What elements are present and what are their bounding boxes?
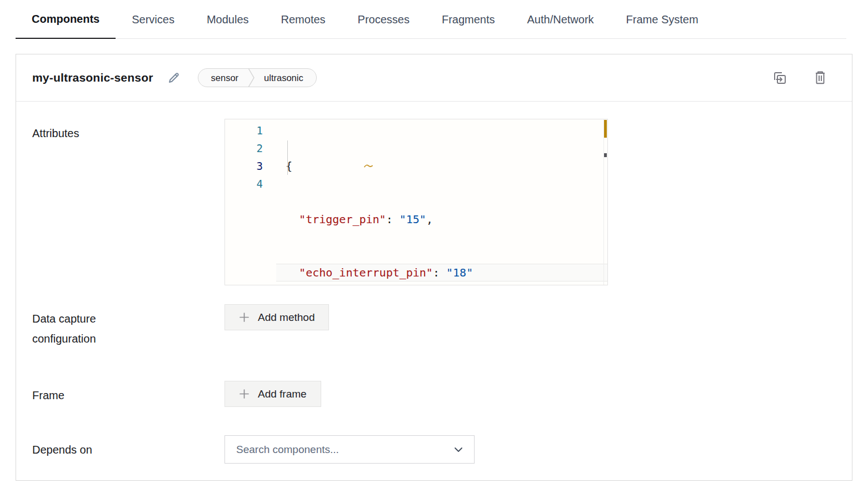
tab-remotes[interactable]: Remotes	[265, 0, 342, 39]
tab-processes[interactable]: Processes	[342, 0, 426, 39]
code-line-3-active: "echo_interrupt_pin": "18"	[276, 264, 607, 281]
attributes-json-editor[interactable]: 1 2 3 4 { "trigger_pin": "15", "echo_int…	[225, 119, 608, 285]
depends-on-label: Depends on	[32, 435, 225, 460]
add-method-label: Add method	[258, 311, 315, 324]
component-model: ultrasonic	[255, 73, 316, 83]
duplicate-button[interactable]	[772, 71, 787, 85]
code-line-2: "trigger_pin": "15",	[276, 210, 607, 228]
delete-button[interactable]	[814, 71, 827, 85]
edit-name-button[interactable]	[167, 71, 181, 84]
config-tab-bar: Components Services Modules Remotes Proc…	[16, 0, 846, 39]
component-card-header: my-ultrasonic-sensor sensor ultrasonic	[16, 54, 852, 102]
chevron-down-icon	[454, 447, 463, 452]
component-card-body: Attributes 1 2 3 4 { "trigger_pin": "15"…	[16, 102, 852, 480]
tab-frame-system[interactable]: Frame System	[610, 0, 715, 39]
data-capture-label: Data capture configuration	[32, 304, 225, 349]
depends-on-select[interactable]	[225, 435, 475, 464]
indent-guide	[287, 140, 288, 175]
overview-cursor-marker	[604, 153, 607, 157]
frame-label: Frame	[32, 381, 225, 405]
frame-row: Frame Add frame	[32, 381, 827, 407]
tab-fragments[interactable]: Fragments	[426, 0, 511, 39]
line-number: 1	[225, 122, 276, 139]
attributes-row: Attributes 1 2 3 4 { "trigger_pin": "15"…	[32, 119, 827, 285]
chevron-right-divider	[248, 68, 255, 87]
component-type: sensor	[198, 73, 248, 83]
tab-auth-network[interactable]: Auth/Network	[511, 0, 610, 39]
json-key: "echo_interrupt_pin"	[299, 266, 433, 279]
attributes-label: Attributes	[32, 119, 225, 143]
add-frame-label: Add frame	[258, 388, 307, 400]
trash-icon	[814, 71, 827, 85]
add-method-button[interactable]: Add method	[225, 304, 329, 330]
plus-icon	[239, 389, 250, 399]
tab-modules[interactable]: Modules	[191, 0, 265, 39]
card-actions	[772, 71, 827, 85]
json-value: "15"	[400, 213, 426, 226]
overview-warning-marker	[604, 120, 607, 138]
search-components-input[interactable]	[236, 444, 454, 456]
depends-on-row: Depends on	[32, 435, 827, 464]
line-number: 4	[225, 175, 276, 193]
tab-components[interactable]: Components	[16, 0, 116, 39]
plus-icon	[239, 312, 250, 323]
editor-code-area[interactable]: { "trigger_pin": "15", "echo_interrupt_p…	[276, 122, 607, 285]
data-capture-row: Data capture configuration Add method	[32, 304, 827, 349]
line-number-active: 3	[225, 157, 276, 175]
tab-services[interactable]: Services	[116, 0, 191, 39]
json-value: "18"	[446, 266, 473, 279]
component-name: my-ultrasonic-sensor	[32, 71, 153, 84]
component-type-pill: sensor ultrasonic	[198, 68, 317, 87]
duplicate-icon	[772, 71, 787, 85]
editor-line-numbers: 1 2 3 4	[225, 122, 276, 285]
warning-squiggle	[283, 137, 373, 190]
json-key: "trigger_pin"	[299, 213, 386, 226]
component-card: my-ultrasonic-sensor sensor ultrasonic	[16, 54, 852, 481]
add-frame-button[interactable]: Add frame	[225, 381, 321, 407]
pencil-icon	[167, 71, 181, 84]
editor-overview-ruler	[603, 119, 607, 285]
line-number: 2	[225, 139, 276, 157]
